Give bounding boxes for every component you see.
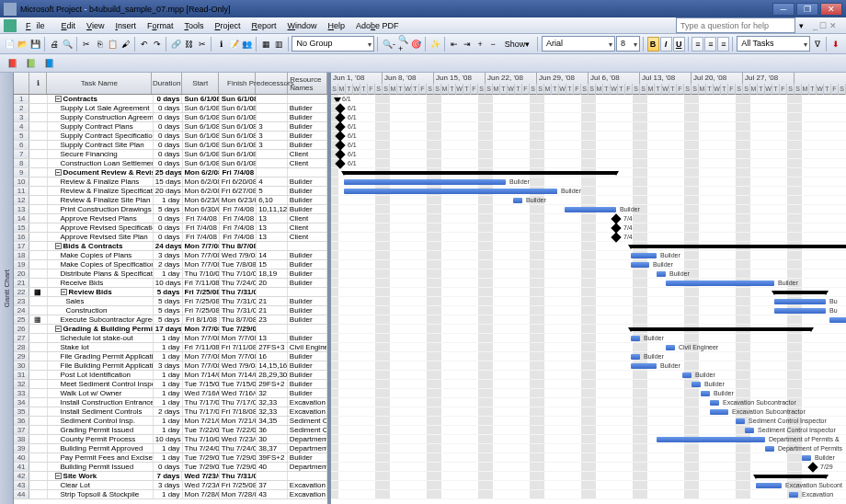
table-row[interactable]: 13Print Construction Drawings5 daysMon 6… bbox=[14, 205, 327, 214]
table-row[interactable]: 22▦−Review Bids5 daysFri 7/25/08Thu 7/31… bbox=[14, 288, 327, 297]
col-resources[interactable]: Resource Names bbox=[288, 73, 327, 94]
table-row[interactable]: 3Supply Construction Agreement0 daysSun … bbox=[14, 113, 327, 122]
table-row[interactable]: 19Make Copies of Specifications2 daysMon… bbox=[14, 260, 327, 269]
redo-icon[interactable]: ↷ bbox=[151, 36, 163, 52]
gantt-row[interactable] bbox=[331, 315, 846, 325]
task-bar[interactable] bbox=[829, 317, 846, 323]
table-row[interactable]: 14Approve Revised Plans0 daysFri 7/4/08F… bbox=[14, 214, 327, 223]
close-button[interactable]: ✕ bbox=[820, 3, 842, 16]
menu-edit[interactable]: Edit bbox=[56, 19, 82, 32]
task-bar[interactable] bbox=[802, 455, 811, 461]
pdf-review-icon[interactable]: 📗 bbox=[22, 55, 39, 72]
gantt-row[interactable]: Builder bbox=[331, 380, 846, 389]
gantt-row[interactable]: Excavation Subcont bbox=[331, 481, 846, 490]
table-row[interactable]: 10Review & Finalize Plans15 daysMon 6/2/… bbox=[14, 178, 327, 187]
task-bar[interactable] bbox=[765, 446, 774, 452]
info-icon[interactable]: ℹ bbox=[215, 36, 227, 52]
zoom-out-icon[interactable]: 🔍- bbox=[382, 36, 396, 52]
summary-bar[interactable] bbox=[756, 475, 826, 478]
paste-icon[interactable]: 📋 bbox=[107, 36, 119, 52]
table-row[interactable]: 34Install Construction Entrance1 dayThu … bbox=[14, 398, 327, 407]
undo-icon[interactable]: ↶ bbox=[138, 36, 150, 52]
gantt-row[interactable]: Builder bbox=[331, 205, 846, 214]
goto-icon[interactable]: 🎯 bbox=[410, 36, 422, 52]
pdf-icon[interactable]: ⬇ bbox=[830, 36, 842, 52]
gantt-row[interactable]: 7/4 bbox=[331, 223, 846, 233]
summary-bar[interactable] bbox=[337, 97, 338, 101]
gantt-row[interactable]: Builder bbox=[331, 371, 846, 380]
task-bar[interactable] bbox=[513, 198, 522, 203]
milestone[interactable] bbox=[335, 158, 345, 168]
bold-button[interactable]: B bbox=[647, 37, 659, 52]
indent-icon[interactable]: ⇥ bbox=[462, 36, 474, 52]
gantt-row[interactable]: 6/1 bbox=[331, 104, 846, 113]
task-bar[interactable] bbox=[666, 345, 675, 350]
table-row[interactable]: 11Review & Finalize Specifications20 day… bbox=[14, 187, 327, 196]
table-row[interactable]: 27Schedule lot stake-out1 dayMon 7/7/08M… bbox=[14, 334, 327, 343]
task-bar[interactable] bbox=[631, 363, 657, 369]
gantt-row[interactable]: Department of Permits bbox=[331, 444, 846, 453]
gantt-row[interactable]: 6/1 bbox=[331, 95, 846, 104]
gantt-row[interactable]: 6/1 bbox=[331, 141, 846, 150]
format-painter-icon[interactable]: 🖌 bbox=[120, 36, 131, 52]
table-row[interactable]: 28Stake lot1 dayFri 7/11/08Fri 7/11/0827… bbox=[14, 343, 327, 352]
gantt-row[interactable]: 7/4 bbox=[331, 214, 846, 223]
new-icon[interactable]: 📄 bbox=[4, 36, 16, 52]
table-row[interactable]: 25▦Execute Subcontractor Agreements5 day… bbox=[14, 315, 327, 325]
gantt-row[interactable]: Builder bbox=[331, 361, 846, 371]
underline-button[interactable]: U bbox=[673, 37, 685, 52]
gantt-row[interactable]: 6/1 bbox=[331, 150, 846, 159]
align-center-button[interactable]: ≡ bbox=[704, 37, 716, 52]
save-icon[interactable]: 💾 bbox=[29, 36, 41, 52]
align-left-button[interactable]: ≡ bbox=[692, 37, 703, 52]
task-bar[interactable] bbox=[657, 271, 666, 277]
gantt-row[interactable] bbox=[331, 168, 846, 178]
show-button[interactable]: Show▾ bbox=[500, 36, 535, 52]
gantt-row[interactable]: 6/1 bbox=[331, 122, 846, 132]
table-row[interactable]: 33Walk Lot w/ Owner1 dayWed 7/16/08Wed 7… bbox=[14, 389, 327, 398]
task-bar[interactable] bbox=[682, 372, 692, 378]
task-bar[interactable] bbox=[631, 354, 640, 360]
gantt-row[interactable]: Builder bbox=[331, 269, 846, 279]
row-header[interactable] bbox=[14, 73, 29, 94]
table-row[interactable]: 23Sales5 daysFri 7/25/08Thu 7/31/0821Bui… bbox=[14, 297, 327, 306]
gantt-row[interactable]: Excavation bbox=[331, 490, 846, 499]
gantt-row[interactable]: 6/1 bbox=[331, 113, 846, 122]
col-duration[interactable]: Duration bbox=[152, 73, 182, 94]
table-row[interactable]: 2Supply Lot Sale Agreement0 daysSun 6/1/… bbox=[14, 104, 327, 113]
col-predecessors[interactable]: Predecessors bbox=[256, 73, 288, 94]
show-minus-icon[interactable]: − bbox=[487, 36, 499, 52]
menu-tools[interactable]: Tools bbox=[178, 19, 209, 32]
table-row[interactable]: 32Meet Sediment Control Inspector1 dayTu… bbox=[14, 380, 327, 389]
milestone[interactable] bbox=[807, 462, 817, 472]
task-bar[interactable] bbox=[745, 428, 754, 433]
table-row[interactable]: 8Construction Loan Settlement0 daysSun 6… bbox=[14, 159, 327, 168]
menu-insert[interactable]: Insert bbox=[109, 19, 142, 32]
table-row[interactable]: 31Post Lot Identification1 dayMon 7/14/0… bbox=[14, 371, 327, 380]
table-row[interactable]: 38County Permit Process10 daysThu 7/10/0… bbox=[14, 435, 327, 444]
italic-button[interactable]: I bbox=[660, 37, 672, 52]
task-grid[interactable]: ℹ Task Name Duration Start Finish Predec… bbox=[14, 73, 331, 504]
task-bar[interactable] bbox=[736, 418, 745, 424]
table-row[interactable]: 5Supply Contract Specifications0 daysSun… bbox=[14, 132, 327, 141]
size-select[interactable]: 8 bbox=[616, 36, 640, 52]
gantt-row[interactable]: Excavation Subcontractor bbox=[331, 407, 846, 417]
gantt-row[interactable]: 6/1 bbox=[331, 159, 846, 168]
gantt-row[interactable]: 6/1 bbox=[331, 132, 846, 141]
notes-icon[interactable]: 📝 bbox=[228, 36, 240, 52]
link-icon[interactable]: 🔗 bbox=[170, 36, 182, 52]
gantt-row[interactable] bbox=[331, 472, 846, 481]
task-bar[interactable] bbox=[756, 483, 782, 488]
pdf-send-icon[interactable]: 📘 bbox=[40, 55, 57, 72]
menu-help[interactable]: Help bbox=[323, 19, 351, 32]
gantt-row[interactable]: Excavation Subcontractor bbox=[331, 398, 846, 407]
table-row[interactable]: 9−Document Review & Revision25 daysMon 6… bbox=[14, 168, 327, 178]
assign-icon[interactable]: 👥 bbox=[241, 36, 253, 52]
task-bar[interactable] bbox=[774, 308, 826, 314]
menu-file[interactable]: File bbox=[20, 19, 56, 32]
task-bar[interactable] bbox=[631, 336, 640, 341]
col-start[interactable]: Start bbox=[182, 73, 219, 94]
copy-icon[interactable]: ⎘ bbox=[94, 36, 106, 52]
minimize-button[interactable]: ─ bbox=[772, 3, 795, 16]
maximize-button[interactable]: ❐ bbox=[796, 3, 818, 16]
